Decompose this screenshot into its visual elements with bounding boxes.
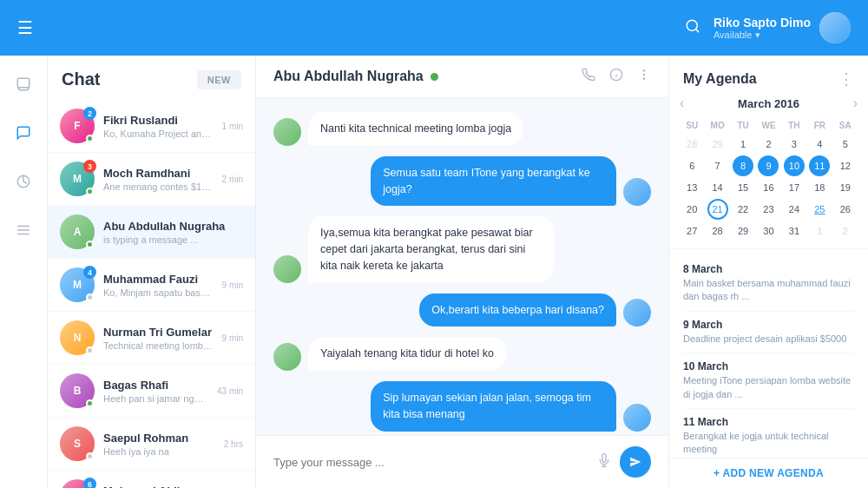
calendar-day[interactable]: 9 <box>758 155 779 176</box>
chat-list-item[interactable]: M4Muhammad FauziKo, Minjam sapatu basket… <box>48 259 255 312</box>
calendar-day[interactable]: 23 <box>758 199 779 220</box>
sidebar-icon-analytics[interactable] <box>8 166 39 197</box>
message-bubble: Yaiyalah tenang kita tidur di hotel ko <box>308 337 506 371</box>
calendar-day[interactable]: 17 <box>784 177 805 198</box>
search-icon[interactable] <box>685 18 700 38</box>
chat-panel-title: Chat <box>62 69 100 89</box>
calendar-day[interactable]: 14 <box>707 177 728 198</box>
contact-name: Abu Abdullah Nugraha <box>273 69 438 84</box>
chat-item-preview: Heeh pan si jamar nge dunk ... <box>103 393 208 404</box>
calendar-day[interactable]: 29 <box>707 134 728 155</box>
more-dots-icon[interactable] <box>637 68 651 85</box>
chat-list: F2Fikri RuslandiKo, Kumaha Project anu e… <box>48 100 255 488</box>
chat-avatar-wrap: N <box>60 320 95 355</box>
chat-list-item[interactable]: F2Fikri RuslandiKo, Kumaha Project anu e… <box>48 100 255 153</box>
calendar-day-header: SU <box>680 118 704 133</box>
new-chat-button[interactable]: NEW <box>197 70 241 89</box>
calendar-month: March 2016 <box>738 97 799 110</box>
calendar-day[interactable]: 21 <box>707 199 728 220</box>
calendar-day[interactable]: 30 <box>758 221 779 241</box>
hamburger-icon[interactable]: ☰ <box>17 17 33 38</box>
chat-list-item[interactable]: BBagas RhafiHeeh pan si jamar nge dunk .… <box>48 365 255 418</box>
agenda-item: 11 MarchBerangkat ke jogja untuk technic… <box>683 409 854 458</box>
chat-item-name: Moch Ramdhani <box>103 167 214 180</box>
chat-list-item[interactable]: M6Muhamad AldiansyahBales tuh ko bisa di… <box>48 471 255 488</box>
info-icon[interactable] <box>609 68 623 85</box>
calendar-day[interactable]: 29 <box>733 221 753 241</box>
chat-item-info: Fikri RuslandiKo, Kumaha Project anu eta… <box>103 114 214 139</box>
calendar-day[interactable]: 10 <box>784 155 805 176</box>
calendar-day[interactable]: 25 <box>809 199 830 220</box>
message-input[interactable] <box>273 456 589 469</box>
calendar-day[interactable]: 22 <box>733 199 753 220</box>
chat-avatar-wrap: S <box>60 426 95 461</box>
chat-list-item[interactable]: M3Moch RamdhaniAne menang contes $1000 .… <box>48 153 255 206</box>
user-name: Riko Sapto Dimo <box>713 16 811 30</box>
calendar-day[interactable]: 27 <box>681 221 702 241</box>
calendar-prev-btn[interactable]: ‹ <box>680 96 684 111</box>
online-indicator <box>86 452 94 460</box>
chat-list-item[interactable]: AAbu Abdullah Nugrahais typing a message… <box>48 206 255 259</box>
calendar-day[interactable]: 28 <box>707 221 728 241</box>
chat-item-preview: Ko, Kumaha Project anu eta ... <box>103 129 214 139</box>
chat-item-info: Abu Abdullah Nugrahais typing a message … <box>103 220 234 245</box>
calendar-day[interactable]: 19 <box>835 177 856 198</box>
chat-main-header: Abu Abdullah Nugraha <box>256 56 668 98</box>
calendar-day[interactable]: 7 <box>707 155 728 176</box>
sidebar-icon-settings[interactable] <box>8 214 39 246</box>
calendar-day[interactable]: 2 <box>758 134 779 155</box>
chat-list-item[interactable]: NNurman Tri GumelarTechnical meeting lom… <box>48 312 255 365</box>
calendar-day[interactable]: 4 <box>809 134 830 155</box>
agenda-item-date: 11 March <box>683 416 854 428</box>
message-avatar <box>273 255 301 283</box>
chat-avatar-wrap: M4 <box>60 267 95 302</box>
sidebar-icons <box>0 56 48 488</box>
calendar-next-btn[interactable]: › <box>853 96 858 111</box>
calendar-day[interactable]: 15 <box>733 177 753 198</box>
calendar-day[interactable]: 28 <box>681 134 702 155</box>
chat-item-preview: Ko, Minjam sapatu basket ja ... <box>103 287 214 298</box>
chat-panel: Chat NEW F2Fikri RuslandiKo, Kumaha Proj… <box>48 56 256 488</box>
chat-item-info: Muhamad AldiansyahBales tuh ko bisa dise… <box>103 485 215 489</box>
svg-point-12 <box>643 78 644 79</box>
calendar-day[interactable]: 1 <box>809 221 830 241</box>
unread-badge: 6 <box>83 478 96 488</box>
chat-item-info: Bagas RhafiHeeh pan si jamar nge dunk ..… <box>103 379 208 404</box>
calendar-day[interactable]: 1 <box>733 134 753 155</box>
calendar-day[interactable]: 12 <box>835 155 856 176</box>
svg-line-1 <box>695 29 698 31</box>
calendar-day[interactable]: 6 <box>681 155 702 176</box>
calendar-day[interactable]: 13 <box>681 177 702 198</box>
message-avatar <box>273 118 301 146</box>
sidebar-icon-messages[interactable] <box>8 117 39 148</box>
phone-icon[interactable] <box>582 68 595 85</box>
calendar-day[interactable]: 24 <box>784 199 805 220</box>
calendar-day[interactable]: 3 <box>784 134 805 155</box>
send-button[interactable] <box>620 446 651 478</box>
unread-badge: 2 <box>83 107 96 120</box>
calendar-day[interactable]: 26 <box>835 199 856 220</box>
calendar-day[interactable]: 20 <box>681 199 702 220</box>
agenda-item: 8 MarchMain basket bersama muhammad fauz… <box>683 256 854 312</box>
header-right: Riko Sapto Dimo Available ▾ <box>685 12 851 43</box>
agenda-more-icon[interactable]: ⋮ <box>838 69 854 89</box>
calendar-day[interactable]: 8 <box>733 155 753 176</box>
message-row: Sip lumayan sekian jalan jalan, semoga t… <box>273 381 651 432</box>
chat-item-preview: Ane menang contes $1000 ... <box>103 181 214 192</box>
main-content: Chat NEW F2Fikri RuslandiKo, Kumaha Proj… <box>0 56 868 488</box>
mic-icon[interactable] <box>597 453 611 471</box>
sidebar-icon-chat[interactable] <box>8 69 39 100</box>
add-agenda-button[interactable]: + ADD NEW AGENDA <box>669 458 868 488</box>
calendar-day[interactable]: 31 <box>784 221 805 241</box>
chat-list-item[interactable]: SSaepul RohmanHeeh iya iya na2 hrs <box>48 418 255 471</box>
calendar-day[interactable]: 18 <box>809 177 830 198</box>
chat-item-info: Moch RamdhaniAne menang contes $1000 ... <box>103 167 214 192</box>
chat-item-time: 2 hrs <box>224 439 243 449</box>
chat-avatar-wrap: M6 <box>60 479 95 488</box>
chat-item-time: 9 min <box>222 333 243 343</box>
online-indicator <box>86 346 94 354</box>
calendar-day[interactable]: 16 <box>758 177 779 198</box>
calendar-day[interactable]: 5 <box>835 134 856 155</box>
calendar-day[interactable]: 11 <box>809 155 830 176</box>
calendar-day[interactable]: 2 <box>835 221 856 241</box>
